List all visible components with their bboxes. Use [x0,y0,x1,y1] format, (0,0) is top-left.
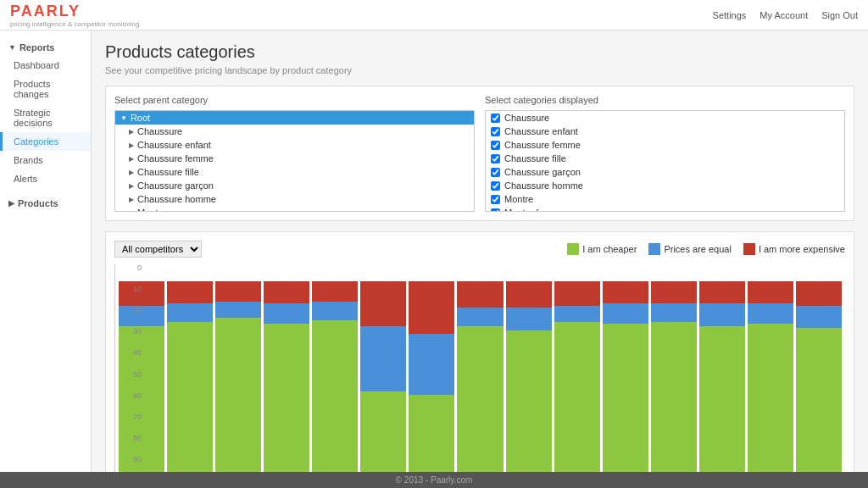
tree-item[interactable]: ▶ Chaussure [115,125,474,138]
bar-segment-equal [312,302,358,320]
bar-segment-equal [748,303,793,324]
bar-column [651,264,697,472]
checkbox-item[interactable]: Montre femme [486,206,844,212]
chart-top-bar: All competitors I am cheaperPrices are e… [114,241,845,258]
category-checkbox[interactable] [491,208,500,213]
tree-item[interactable]: ▶ Chaussure enfant [115,138,474,152]
bar-segment-cheaper [167,322,213,472]
bar-segment-equal [457,308,503,326]
bar-stack [651,281,697,472]
checkbox-label: Chaussure fille [504,153,566,164]
sidebar: ▼ Reports Dashboard Products changes Str… [0,30,92,472]
bar-segment-cheaper [699,326,745,472]
checkbox-label: Chaussure femme [504,140,581,150]
sign-out-link[interactable]: Sign Out [821,10,858,20]
bar-stack [360,281,406,472]
bar-stack [457,281,503,472]
bar-segment-equal [554,306,600,322]
category-checkbox[interactable] [491,154,500,164]
tree-item[interactable]: ▼ Root [115,111,474,125]
checkbox-label: Chaussure [504,113,549,123]
parent-category-tree[interactable]: ▼ Root▶ Chaussure▶ Chaussure enfant▶ Cha… [114,110,475,212]
bar-segment-equal [167,303,213,322]
categories-checkbox-list[interactable]: ChaussureChaussure enfantChaussure femme… [485,110,845,212]
competitor-dropdown[interactable]: All competitors [114,241,202,258]
bar-segment-expensive [312,281,358,302]
checkbox-item[interactable]: Chaussure enfant [486,125,844,138]
bar-segment-cheaper [264,324,309,472]
category-checkbox[interactable] [491,195,500,204]
bar-segment-expensive [360,281,406,326]
bar-segment-expensive [506,281,552,308]
bar-segment-cheaper [215,318,261,472]
checkbox-item[interactable]: Chaussure garçon [486,165,844,179]
products-section-header[interactable]: ▶ Products [0,193,91,212]
tree-arrow-icon: ▶ [129,155,134,163]
bar-column [506,264,552,472]
legend-label: I am cheaper [582,244,637,254]
bar-segment-expensive [215,281,261,302]
bar-column [457,264,503,472]
parent-category-label: Select parent category [114,95,475,105]
page-subtitle: See your competitive pricing landscape b… [105,65,854,75]
sidebar-item-dashboard[interactable]: Dashboard [0,56,91,75]
bar-segment-equal [796,306,842,328]
bar-segment-expensive [796,281,842,306]
bar-segment-expensive [264,281,309,303]
bar-stack [748,281,793,472]
checkbox-item[interactable]: Montre [486,192,844,206]
y-axis-label: 60 [114,392,142,400]
checkbox-item[interactable]: Chaussure [486,111,844,125]
category-checkbox[interactable] [491,168,500,177]
bar-segment-expensive [409,281,454,334]
category-checkbox[interactable] [491,141,500,150]
sidebar-item-alerts[interactable]: Alerts [0,169,91,188]
bar-segment-expensive [651,281,697,303]
legend-label: Prices are equal [664,244,732,254]
bar-segment-equal [360,326,406,391]
y-axis-label: 0 [114,264,142,272]
bar-stack [699,281,745,472]
sidebar-item-categories[interactable]: Categories [0,132,91,151]
bar-column [167,264,213,472]
top-navigation: PAARLY pricing intelligence & competitor… [0,0,868,30]
category-checkbox[interactable] [491,181,500,191]
logo: PAARLY pricing intelligence & competitor… [10,3,140,28]
bar-segment-expensive [748,281,793,303]
bar-segment-equal [409,334,454,395]
nav-links: Settings My Account Sign Out [713,10,858,20]
checkbox-item[interactable]: Chaussure femme [486,138,844,152]
tree-arrow-icon: ▶ [129,169,134,176]
tree-arrow-icon: ▶ [129,209,134,213]
settings-link[interactable]: Settings [713,10,747,20]
tree-item[interactable]: ▶ Chaussure fille [115,165,474,179]
bar-stack [603,281,648,472]
category-checkbox[interactable] [491,127,500,136]
bar-column [699,264,745,472]
tree-item[interactable]: ▶ Montre [115,206,474,212]
tree-item[interactable]: ▶ Chaussure garçon [115,179,474,192]
checkbox-item[interactable]: Chaussure fille [486,152,844,165]
bar-chart-wrapper: 1009080706050403020100 ChaussureChaussur… [114,264,845,472]
bar-segment-equal [651,303,697,322]
tree-item[interactable]: ▶ Chaussure femme [115,152,474,165]
bar-stack [312,281,358,472]
bar-column [748,264,793,472]
my-account-link[interactable]: My Account [760,10,808,20]
bar-segment-equal [699,303,745,325]
checkbox-label: Montre [504,194,533,204]
bar-stack [409,281,454,472]
checkbox-label: Montre femme [504,208,565,212]
sidebar-item-brands[interactable]: Brands [0,151,91,169]
category-checkbox[interactable] [491,114,500,123]
sidebar-item-products-changes[interactable]: Products changes [0,75,91,103]
checkbox-item[interactable]: Chaussure homme [486,179,844,192]
bar-segment-cheaper [748,324,793,472]
selection-panel: Select parent category ▼ Root▶ Chaussure… [105,86,854,221]
y-axis-label: 80 [114,435,142,442]
competitor-select[interactable]: All competitors [114,241,202,258]
tree-item[interactable]: ▶ Chaussure homme [115,192,474,206]
sidebar-item-strategic-decisions[interactable]: Strategic decisions [0,103,91,132]
reports-section-header[interactable]: ▼ Reports [0,37,91,56]
bar-segment-cheaper [796,328,842,472]
